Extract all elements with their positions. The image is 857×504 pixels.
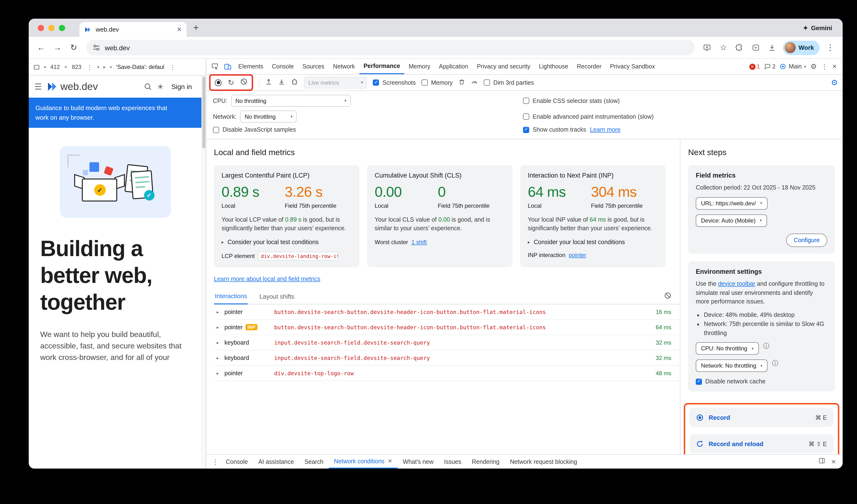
env-cpu-select[interactable]: CPU: No throttling ▾ — [696, 342, 759, 355]
configure-button[interactable]: Configure — [786, 234, 827, 247]
tab-close-icon[interactable]: ✕ — [177, 26, 182, 33]
dock-side-icon[interactable] — [818, 457, 825, 466]
drawer-tab-rendering[interactable]: Rendering — [467, 455, 505, 469]
tab-elements[interactable]: Elements — [234, 59, 268, 74]
device-width-field[interactable]: 412 — [50, 64, 60, 70]
tab-search-icon[interactable] — [748, 40, 763, 55]
interaction-row[interactable]: ▸ pointer div.devsite-top-logo-row 48 ms — [214, 366, 680, 381]
devtools-close-icon[interactable]: ✕ — [832, 63, 837, 70]
drawer-tab-issues[interactable]: Issues — [439, 455, 467, 469]
tab-lighthouse[interactable]: Lighthouse — [535, 59, 573, 74]
lcp-test-conditions-expander[interactable]: ▸ Consider your local test conditions — [221, 239, 352, 246]
env-network-select[interactable]: Network: No throttling ▾ — [696, 360, 768, 372]
memory-checkbox[interactable]: Memory — [422, 79, 453, 86]
cls-worst-cluster-link[interactable]: 1 shift — [411, 239, 427, 246]
load-profile-icon[interactable] — [265, 78, 272, 87]
downloads-icon[interactable] — [764, 40, 780, 55]
bookmark-star-icon[interactable]: ☆ — [716, 40, 731, 55]
zoom-dropdown-icon[interactable]: ⋮ — [87, 63, 93, 71]
capture-settings-gear-icon[interactable]: ⚙ — [831, 78, 838, 87]
live-metrics-home-icon[interactable] — [291, 78, 298, 87]
devtools-menu-icon[interactable]: ⋮ — [821, 63, 828, 70]
clear-interactions-icon[interactable] — [664, 292, 671, 301]
dimensions-icon[interactable] — [33, 64, 40, 70]
clear-recordings-icon[interactable] — [240, 78, 248, 87]
theme-toggle-icon[interactable]: ☀ — [157, 82, 164, 91]
custom-tracks-learn-more-link[interactable]: Learn more — [590, 127, 621, 133]
inp-test-conditions-expander[interactable]: ▸ Consider your local test conditions — [528, 239, 658, 246]
site-settings-icon[interactable] — [93, 44, 100, 51]
interaction-row[interactable]: ▸ pointer INP button.devsite-search-butt… — [214, 320, 680, 335]
tab-privacy-and-security[interactable]: Privacy and security — [472, 59, 535, 74]
error-badge[interactable]: ✕ 1 — [749, 63, 760, 70]
issues-badge[interactable]: 2 — [764, 63, 775, 70]
inspect-element-icon[interactable] — [208, 61, 221, 72]
network-throttling-select[interactable]: No throttling ▾ — [240, 111, 297, 122]
dimensions-chevron-icon[interactable]: ▾ — [44, 65, 46, 69]
show-custom-tracks-checkbox[interactable]: Show custom tracks — [523, 127, 586, 133]
drawer-tab-whats-new[interactable]: What's new — [398, 455, 439, 469]
record-icon-button[interactable] — [215, 79, 221, 86]
site-scrollbar[interactable] — [201, 75, 206, 469]
drawer-tab-ai-assistance[interactable]: AI assistance — [253, 455, 299, 469]
paint-instrumentation-checkbox[interactable]: Enable advanced paint instrumentation (s… — [523, 111, 836, 122]
reload-button[interactable]: ↻ — [66, 40, 81, 55]
save-profile-icon[interactable] — [278, 78, 285, 87]
inp-interaction-link[interactable]: pointer — [569, 252, 586, 259]
drawer-tab-search[interactable]: Search — [299, 455, 329, 469]
browser-tab[interactable]: web.dev ✕ — [80, 22, 187, 37]
tab-performance[interactable]: Performance — [359, 59, 404, 74]
field-url-select[interactable]: URL: https://web.dev/ ▾ — [696, 197, 768, 209]
close-window-button[interactable] — [38, 24, 44, 31]
minimize-window-button[interactable] — [48, 24, 54, 31]
device-toolbar-toggle-icon[interactable] — [221, 61, 234, 72]
tab-application[interactable]: Application — [435, 59, 472, 74]
devtools-settings-icon[interactable]: ⚙ — [810, 62, 817, 71]
garbage-collect-icon[interactable] — [458, 78, 465, 87]
learn-more-metrics-link[interactable]: Learn more about local and field metrics — [214, 276, 320, 283]
tab-console[interactable]: Console — [268, 59, 298, 74]
site-logo[interactable]: web.dev — [47, 80, 98, 93]
row-expand-icon[interactable]: ▸ — [215, 325, 221, 330]
tab-layout-shifts[interactable]: Layout shifts — [258, 289, 295, 304]
extensions-icon[interactable] — [732, 40, 747, 55]
zoom-chevron-icon[interactable]: ▾ — [97, 65, 99, 69]
cpu-info-icon[interactable]: ⓘ — [763, 342, 769, 351]
device-toolbar-link[interactable]: device toolbar — [718, 281, 755, 287]
interaction-row[interactable]: ▸ pointer button.devsite-search-button.d… — [214, 305, 680, 320]
tab-network[interactable]: Network — [329, 59, 359, 74]
save-data-dropdown[interactable]: 'Save-Data': defaul — [116, 64, 164, 70]
row-expand-icon[interactable]: ▸ — [215, 340, 221, 345]
new-tab-button[interactable]: + — [193, 22, 199, 33]
scrollbar-thumb[interactable] — [202, 77, 205, 148]
throttling-gauge-icon[interactable] — [471, 78, 478, 87]
site-search-icon[interactable] — [144, 82, 152, 91]
row-expand-icon[interactable]: ▸ — [215, 371, 221, 376]
context-selector[interactable]: Main ▾ — [780, 63, 806, 70]
disable-network-cache-checkbox[interactable]: Disable network cache — [696, 379, 827, 385]
site-banner[interactable]: Guidance to build modern web experiences… — [29, 98, 201, 128]
gemini-badge[interactable]: ✦ Gemini — [803, 24, 832, 31]
close-drawer-icon[interactable]: ✕ — [831, 458, 836, 465]
site-menu-icon[interactable]: ☰ — [34, 82, 42, 92]
dim-3rd-parties-checkbox[interactable]: Dim 3rd parties — [484, 79, 534, 86]
record-and-reload-button[interactable]: Record and reload ⌘ ⇧ E — [690, 434, 834, 454]
close-drawer-tab-icon[interactable]: ✕ — [388, 458, 392, 464]
throttling-chevron-icon[interactable]: ▾ — [110, 65, 112, 69]
zoom-window-button[interactable] — [59, 24, 65, 31]
device-toolbar-menu-icon[interactable]: ⋮ — [170, 63, 176, 71]
profile-button[interactable]: Work — [783, 40, 820, 55]
sign-in-button[interactable]: Sign in — [171, 83, 192, 90]
row-expand-icon[interactable]: ▸ — [215, 310, 221, 315]
tab-recorder[interactable]: Recorder — [573, 59, 606, 74]
tab-memory[interactable]: Memory — [404, 59, 435, 74]
disable-js-samples-checkbox[interactable]: Disable JavaScript samples — [213, 127, 523, 133]
record-button[interactable]: Record ⌘ E — [690, 408, 834, 427]
device-height-field[interactable]: 823 — [72, 64, 81, 70]
interaction-row[interactable]: ▸ keyboard input.devsite-search-field.de… — [214, 335, 680, 351]
drawer-tab-network-conditions[interactable]: Network conditions ✕ — [329, 455, 398, 469]
back-button[interactable]: ← — [33, 40, 49, 55]
drawer-tab-console[interactable]: Console — [221, 455, 253, 469]
throttling-icon[interactable]: ▸ — [103, 65, 105, 69]
tab-privacy-sandbox[interactable]: Privacy Sandbox — [606, 59, 659, 74]
